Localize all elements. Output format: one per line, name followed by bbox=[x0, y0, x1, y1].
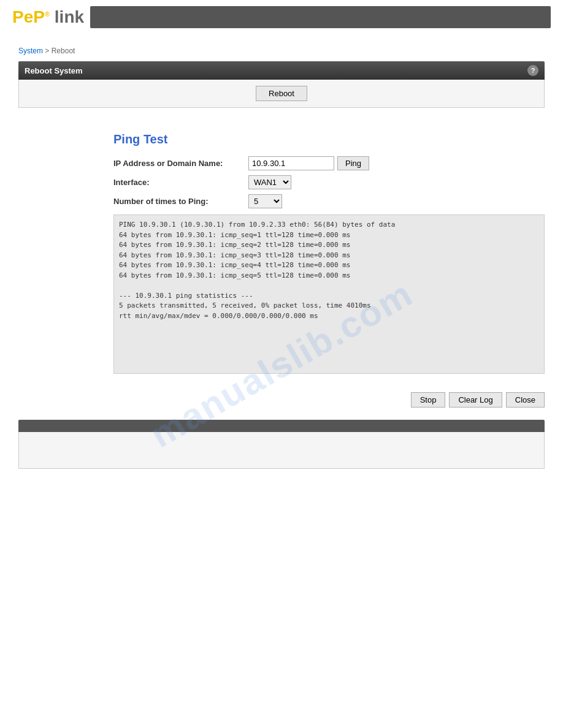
breadcrumb: System > Reboot bbox=[18, 47, 545, 55]
stop-button[interactable]: Stop bbox=[411, 392, 446, 408]
times-label: Number of times to Ping: bbox=[113, 197, 248, 206]
reboot-section: Reboot System ? Reboot bbox=[18, 61, 545, 108]
interface-select[interactable]: WAN1 WAN2 LAN bbox=[248, 175, 291, 189]
clear-log-button[interactable]: Clear Log bbox=[449, 392, 502, 408]
interface-row: Interface: WAN1 WAN2 LAN bbox=[113, 175, 545, 189]
section-header: Reboot System ? bbox=[18, 61, 545, 80]
section-title: Reboot System bbox=[25, 66, 83, 75]
footer-content bbox=[18, 432, 545, 469]
breadcrumb-separator: > bbox=[45, 47, 51, 55]
ip-row: IP Address or Domain Name: Ping bbox=[113, 156, 545, 170]
logo-pep-text: PeP bbox=[12, 7, 45, 26]
times-select[interactable]: 1 2 3 4 5 10 bbox=[248, 194, 282, 208]
times-row: Number of times to Ping: 1 2 3 4 5 10 bbox=[113, 194, 545, 208]
breadcrumb-area: System > Reboot bbox=[0, 34, 563, 61]
reboot-button[interactable]: Reboot bbox=[256, 86, 307, 101]
breadcrumb-current: Reboot bbox=[52, 47, 75, 55]
action-buttons: Stop Clear Log Close bbox=[0, 392, 563, 408]
logo-registered: ® bbox=[45, 10, 50, 18]
header-bar bbox=[90, 6, 551, 28]
section-body: Reboot bbox=[18, 80, 545, 108]
logo: PeP​® link bbox=[12, 7, 84, 27]
footer-bar bbox=[18, 420, 545, 432]
ping-form: IP Address or Domain Name: Ping Interfac… bbox=[113, 156, 545, 208]
ping-title: Ping Test bbox=[113, 132, 545, 146]
logo-link-text: link bbox=[50, 7, 84, 26]
header: PeP​® link bbox=[0, 0, 563, 34]
ping-section: Ping Test IP Address or Domain Name: Pin… bbox=[113, 126, 545, 380]
help-icon[interactable]: ? bbox=[527, 65, 538, 76]
ping-output: PING 10.9.30.1 (10.9.30.1) from 10.9.2.3… bbox=[113, 214, 545, 374]
ping-button[interactable]: Ping bbox=[337, 156, 369, 170]
ip-input[interactable] bbox=[248, 156, 334, 170]
ip-label: IP Address or Domain Name: bbox=[113, 159, 248, 168]
interface-label: Interface: bbox=[113, 178, 248, 187]
close-button[interactable]: Close bbox=[506, 392, 545, 408]
breadcrumb-system-link[interactable]: System bbox=[18, 47, 43, 55]
